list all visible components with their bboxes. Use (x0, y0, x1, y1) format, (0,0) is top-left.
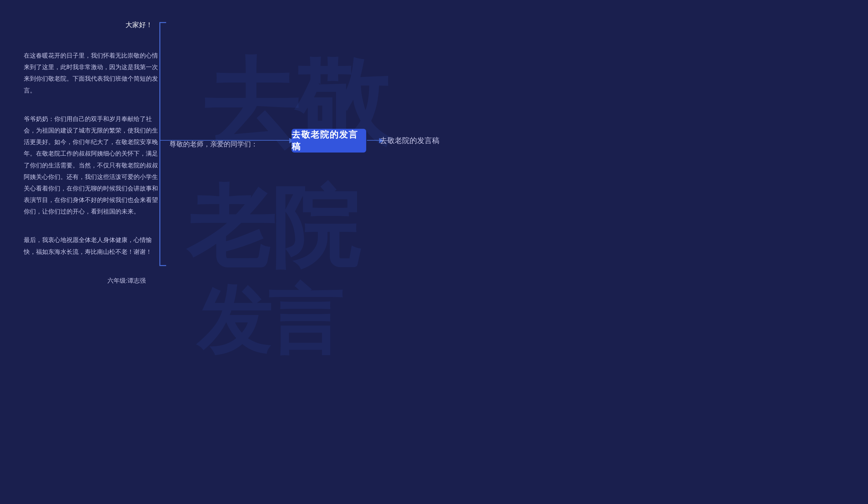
bg-decoration-2: 老院 (186, 169, 356, 288)
paragraph-1: 在这春暖花开的日子里，我们怀着无比崇敬的心情来到了这里，此时我非常激动，因为这是… (24, 50, 159, 96)
greeting-text: 大家好！ (24, 20, 159, 30)
mindmap-canvas: 去敬 老院 发言 尊敬的老师，亲爱的同学们： 去敬老院的发言稿 去敬老院的发言稿… (0, 0, 868, 504)
paragraph-2: 爷爷奶奶：你们用自己的双手和岁月奉献给了社会，为祖国的建设了城市无限的繁荣，使我… (24, 113, 159, 218)
left-content-area: 大家好！ 在这春暖花开的日子里，我们怀着无比崇敬的心情来到了这里，此时我非常激动… (24, 20, 159, 274)
central-node[interactable]: 去敬老院的发言稿 (292, 129, 366, 153)
right-label: 去敬老院的发言稿 (380, 136, 440, 146)
author-name: 六年级:谭志强 (107, 276, 153, 285)
address-line: 尊敬的老师，亲爱的同学们： (169, 140, 258, 149)
bg-decoration-3: 发言 (197, 271, 339, 372)
central-node-label: 去敬老院的发言稿 (292, 129, 366, 153)
left-bracket (159, 22, 161, 266)
paragraph-3: 最后，我衷心地祝愿全体老人身体健康，心情愉快，福如东海水长流，寿比南山松不老！谢… (24, 234, 159, 257)
connector-line-right (367, 140, 380, 141)
